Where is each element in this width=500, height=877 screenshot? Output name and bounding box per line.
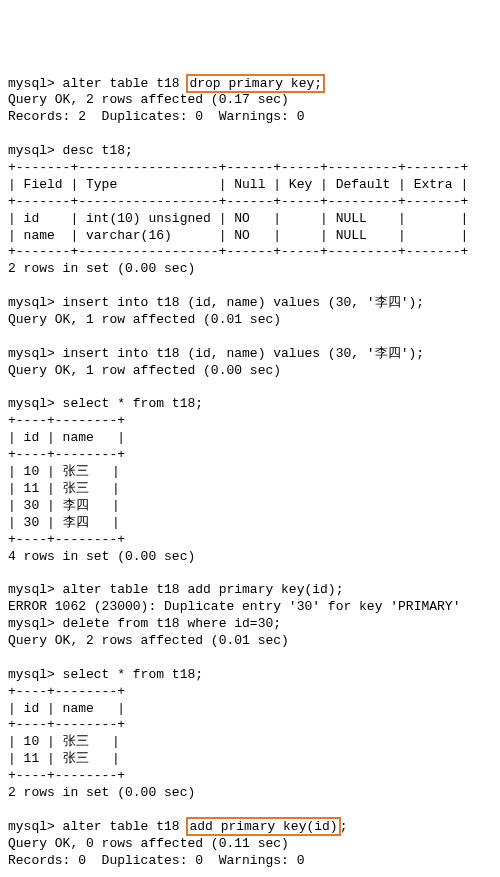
highlighted-text: add primary key(id) — [186, 817, 340, 836]
terminal-line: 2 rows in set (0.00 sec) — [8, 261, 492, 278]
terminal-line — [8, 126, 492, 143]
terminal-line — [8, 278, 492, 295]
terminal-line: +----+--------+ — [8, 768, 492, 785]
terminal-line: Query OK, 2 rows affected (0.01 sec) — [8, 633, 492, 650]
prompt-prefix: mysql> — [8, 819, 63, 834]
terminal-line: Query OK, 1 row affected (0.01 sec) — [8, 312, 492, 329]
terminal-line: | id | name | — [8, 701, 492, 718]
terminal-line: +----+--------+ — [8, 532, 492, 549]
terminal-line: mysql> desc t18; — [8, 143, 492, 160]
terminal-line: Query OK, 0 rows affected (0.11 sec) — [8, 836, 492, 853]
command-text: alter table t18 — [63, 76, 188, 91]
terminal-line: mysql> alter table t18 add primary key(i… — [8, 819, 492, 836]
terminal-line: +-------+------------------+------+-----… — [8, 160, 492, 177]
terminal-output: mysql> alter table t18 drop primary key;… — [8, 76, 492, 877]
terminal-line: +-------+------------------+------+-----… — [8, 244, 492, 261]
terminal-line — [8, 565, 492, 582]
terminal-line — [8, 329, 492, 346]
terminal-line: mysql> select * from t18; — [8, 667, 492, 684]
terminal-line: +-------+------------------+------+-----… — [8, 194, 492, 211]
terminal-line: | id | name | — [8, 430, 492, 447]
terminal-line: +----+--------+ — [8, 447, 492, 464]
terminal-line: 4 rows in set (0.00 sec) — [8, 549, 492, 566]
terminal-line: +----+--------+ — [8, 717, 492, 734]
terminal-line — [8, 869, 492, 877]
terminal-line: mysql> insert into t18 (id, name) values… — [8, 346, 492, 363]
terminal-line: | name | varchar(16) | NO | | NULL | | — [8, 228, 492, 245]
terminal-line: | 10 | 张三 | — [8, 464, 492, 481]
terminal-line: | 30 | 李四 | — [8, 498, 492, 515]
terminal-line: | 11 | 张三 | — [8, 751, 492, 768]
terminal-line: | Field | Type | Null | Key | Default | … — [8, 177, 492, 194]
terminal-line: 2 rows in set (0.00 sec) — [8, 785, 492, 802]
prompt-prefix: mysql> — [8, 76, 63, 91]
terminal-line: mysql> alter table t18 add primary key(i… — [8, 582, 492, 599]
terminal-line: mysql> insert into t18 (id, name) values… — [8, 295, 492, 312]
terminal-line — [8, 380, 492, 397]
terminal-line: mysql> alter table t18 drop primary key; — [8, 76, 492, 93]
terminal-line: mysql> select * from t18; — [8, 396, 492, 413]
terminal-line: | id | int(10) unsigned | NO | | NULL | … — [8, 211, 492, 228]
terminal-line: mysql> delete from t18 where id=30; — [8, 616, 492, 633]
terminal-line: ERROR 1062 (23000): Duplicate entry '30'… — [8, 599, 492, 616]
terminal-line: Query OK, 2 rows affected (0.17 sec) — [8, 92, 492, 109]
terminal-line: Query OK, 1 row affected (0.00 sec) — [8, 363, 492, 380]
terminal-line: | 10 | 张三 | — [8, 734, 492, 751]
terminal-line: | 11 | 张三 | — [8, 481, 492, 498]
terminal-line — [8, 650, 492, 667]
terminal-line: Records: 2 Duplicates: 0 Warnings: 0 — [8, 109, 492, 126]
terminal-line: | 30 | 李四 | — [8, 515, 492, 532]
terminal-line: +----+--------+ — [8, 413, 492, 430]
terminal-line: Records: 0 Duplicates: 0 Warnings: 0 — [8, 853, 492, 870]
terminal-line: +----+--------+ — [8, 684, 492, 701]
command-text: ; — [340, 819, 348, 834]
command-text: alter table t18 — [63, 819, 188, 834]
highlighted-text: drop primary key; — [186, 74, 325, 93]
